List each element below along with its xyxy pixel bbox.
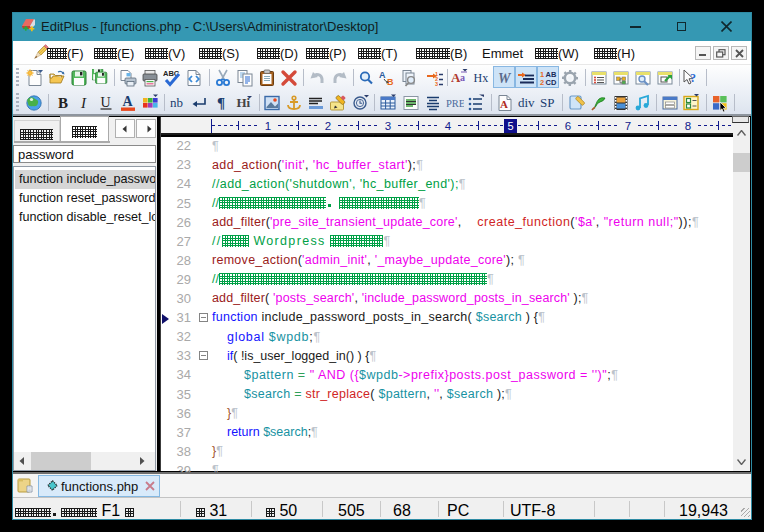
svg-text:SP: SP	[540, 95, 554, 110]
svg-text:nb: nb	[170, 95, 183, 110]
svg-text:U: U	[101, 95, 111, 110]
svg-text:?: ?	[690, 71, 696, 85]
svg-text:I: I	[80, 95, 87, 111]
svg-text:B: B	[58, 95, 68, 111]
svg-text:div: div	[518, 95, 535, 110]
svg-text:A: A	[500, 98, 508, 110]
svg-text:Hx: Hx	[474, 71, 489, 85]
svg-text:2: 2	[540, 78, 544, 87]
svg-text:a: a	[460, 72, 465, 83]
svg-text:W: W	[498, 71, 512, 86]
svg-text:3: 3	[435, 81, 438, 87]
svg-text:PRE: PRE	[446, 98, 464, 109]
svg-text:CD: CD	[546, 78, 557, 87]
svg-text:¶: ¶	[217, 95, 225, 111]
svg-text:A: A	[379, 70, 386, 80]
svg-text:A: A	[123, 94, 134, 109]
